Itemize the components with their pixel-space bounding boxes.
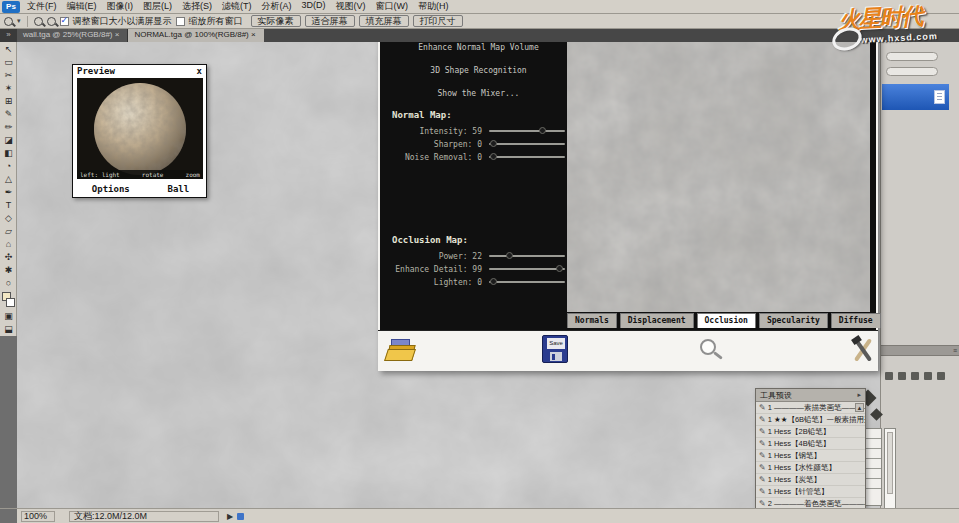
menu-item[interactable]: 3D(D) <box>297 0 331 13</box>
panel-mini-icon[interactable] <box>937 372 945 380</box>
magnifier-icon[interactable] <box>700 339 716 355</box>
menu-item[interactable]: 编辑(E) <box>62 0 102 13</box>
tool-preset-item[interactable]: ✎ 1 Hess【钢笔】 <box>756 450 865 462</box>
menu-item[interactable]: 滤镜(T) <box>217 0 257 13</box>
panel-mini-icon[interactable] <box>885 372 893 380</box>
tool-button[interactable]: ⊞ <box>0 95 17 108</box>
zoom-in-icon[interactable] <box>34 17 43 26</box>
options-button[interactable]: 适合屏幕 <box>305 15 355 27</box>
tool-button[interactable]: ◪ <box>0 134 17 147</box>
menu-item[interactable]: 视图(V) <box>331 0 371 13</box>
tool-button[interactable]: ◇ <box>0 212 17 225</box>
tool-presets-header[interactable]: 工具预设 ▸ <box>756 389 865 402</box>
slider-track[interactable] <box>489 143 565 145</box>
tool-preset-item[interactable]: ✎ 1 Hess【水性颜笔】 <box>756 462 865 474</box>
options-button[interactable]: 打印尺寸 <box>413 15 463 27</box>
slider-thumb[interactable] <box>490 278 497 285</box>
menu-item[interactable]: 窗口(W) <box>371 0 414 13</box>
screen-mode-button[interactable]: ⬓ <box>0 323 17 336</box>
tool-preset-item[interactable]: ✎ 1 Hess【4B铅笔】 <box>756 438 865 450</box>
tool-button[interactable]: ▱ <box>0 225 17 238</box>
slider-track[interactable] <box>489 130 565 132</box>
ball-button[interactable]: Ball <box>167 184 189 194</box>
tool-button[interactable]: ✏ <box>0 121 17 134</box>
status-arrow-icon[interactable]: ▶ <box>227 512 233 521</box>
tool-preset-item[interactable]: ✎ 1 Hess【针管笔】 <box>756 486 865 498</box>
toolbox-collapse-button[interactable]: » <box>0 29 17 42</box>
tool-button[interactable]: ✶ <box>0 82 17 95</box>
tool-button[interactable]: ⌂ <box>0 238 17 251</box>
hidden-panel-scrollbar[interactable] <box>884 428 896 514</box>
tool-button[interactable]: ✎ <box>0 108 17 121</box>
tool-button[interactable]: ○ <box>0 277 17 290</box>
tool-preset-item[interactable]: ✎ 1 Hess【2B铅笔】 <box>756 426 865 438</box>
tool-button[interactable]: ◔ <box>0 160 17 173</box>
tool-button[interactable]: ✣ <box>0 251 17 264</box>
zoom-level-field[interactable]: 100% <box>21 511 55 522</box>
panel-mini-icon[interactable] <box>898 372 906 380</box>
map-tab[interactable]: Diffuse <box>831 313 881 328</box>
preview-close-icon[interactable]: x <box>197 66 202 76</box>
show-mixer-button[interactable]: Show the Mixer... <box>390 89 567 98</box>
tool-button[interactable]: ◧ <box>0 147 17 160</box>
slider-thumb[interactable] <box>556 265 563 272</box>
background-color-swatch[interactable] <box>6 298 15 307</box>
zoom-tool-icon[interactable] <box>4 17 13 26</box>
menu-item[interactable]: 图像(I) <box>102 0 139 13</box>
document-tab-active[interactable]: NORMAL.tga @ 100%(RGB/8#) × <box>128 29 263 42</box>
tool-button[interactable]: T <box>0 199 17 212</box>
options-button[interactable]: Options <box>92 184 130 194</box>
options-button[interactable]: 填充屏幕 <box>359 15 409 27</box>
panel-menu-icon[interactable]: ▸ <box>857 391 861 399</box>
slider-track[interactable] <box>489 281 565 283</box>
zoom-all-windows-checkbox[interactable] <box>176 17 185 26</box>
menu-item[interactable]: 分析(A) <box>257 0 297 13</box>
open-folder-icon[interactable] <box>386 337 416 363</box>
tool-preset-item[interactable]: ✎ 1 ★★【6B铅笔】一般素描用这 <box>756 414 865 426</box>
menu-item[interactable]: 文件(F) <box>22 0 62 13</box>
scroll-up-icon[interactable]: ▲ <box>855 403 864 412</box>
menu-item[interactable]: 图层(L) <box>138 0 177 13</box>
panel-menu-icon[interactable]: ≡ <box>953 347 957 354</box>
slider-track[interactable] <box>489 255 565 257</box>
preview-sphere[interactable] <box>77 78 203 179</box>
selected-panel-item[interactable] <box>882 84 949 110</box>
shape-recognition-button[interactable]: 3D Shape Recognition <box>390 66 567 75</box>
tool-preset-item[interactable]: ✎ 1 ————素描类画笔———— <box>756 402 865 414</box>
panel-preset-pill[interactable] <box>886 67 938 76</box>
slider-thumb[interactable] <box>539 127 546 134</box>
slider-track[interactable] <box>489 268 565 270</box>
save-icon[interactable]: Save <box>542 335 568 363</box>
menu-item[interactable]: 帮助(H) <box>413 0 454 13</box>
tool-button[interactable]: △ <box>0 173 17 186</box>
map-tab[interactable]: Normals <box>567 313 617 328</box>
tool-button[interactable]: ✱ <box>0 264 17 277</box>
tool-button[interactable]: ↖ <box>0 43 17 56</box>
panel-mini-icon[interactable] <box>924 372 932 380</box>
tool-preset-item[interactable]: ✎ 1 Hess【炭笔】 <box>756 474 865 486</box>
tool-button[interactable]: ✂ <box>0 69 17 82</box>
menu-item[interactable]: 选择(S) <box>177 0 217 13</box>
resize-window-checkbox[interactable] <box>60 17 69 26</box>
map-tab[interactable]: Specularity <box>759 313 828 328</box>
ps-logo[interactable]: Ps <box>2 1 20 13</box>
settings-tools-icon[interactable] <box>850 336 876 364</box>
dropdown-arrow-icon[interactable]: ▾ <box>17 17 21 25</box>
enhance-volume-button[interactable]: Enhance Normal Map Volume <box>390 43 567 52</box>
tool-button[interactable]: ▭ <box>0 56 17 69</box>
occlusion-map-preview[interactable] <box>567 10 870 312</box>
quick-mask-button[interactable]: ▣ <box>0 310 17 323</box>
tool-button[interactable]: ✒ <box>0 186 17 199</box>
map-tab[interactable]: Displacement <box>620 313 694 328</box>
panel-mini-icon[interactable] <box>911 372 919 380</box>
options-button[interactable]: 实际像素 <box>251 15 301 27</box>
panel-section-bar[interactable]: ≡ <box>881 345 959 356</box>
slider-track[interactable] <box>489 156 565 158</box>
panel-preset-pill[interactable] <box>886 52 938 61</box>
slider-thumb[interactable] <box>506 252 513 259</box>
document-tab-inactive[interactable]: wall.tga @ 25%(RGB/8#) × <box>17 29 128 42</box>
zoom-out-icon[interactable] <box>47 17 56 26</box>
map-tab[interactable]: Occlusion <box>697 313 756 328</box>
slider-thumb[interactable] <box>490 140 497 147</box>
slider-thumb[interactable] <box>490 153 497 160</box>
